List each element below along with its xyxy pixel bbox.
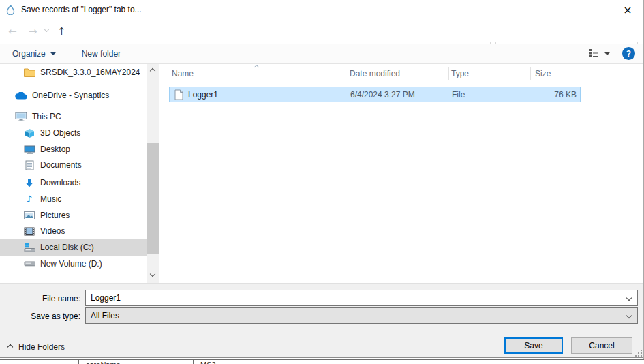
sidebar-item-music[interactable]: ♪ Music [0,191,147,207]
file-list: Name Date modified Type Size Logger1 6/4… [164,64,644,283]
document-icon [23,160,35,170]
file-date-modified: 6/4/2024 3:27 PM [350,90,415,100]
column-divider[interactable] [581,67,581,80]
app-drop-icon [6,5,15,15]
download-arrow-icon [23,178,35,188]
file-name-input[interactable] [86,293,627,303]
sidebar-item-onedrive[interactable]: OneDrive - Synaptics [0,87,147,104]
sidebar-item-desktop[interactable]: Desktop [0,141,147,157]
folder-icon [23,68,35,77]
navigation-bar: ← → ↑ This PC › Local Disk (C:) › Temp ›… [0,19,644,44]
bottom-panel: File name: Save as type: All Files Hide … [0,283,644,358]
file-name: Logger1 [188,90,218,100]
column-header-name[interactable]: Name [172,69,194,78]
sidebar-scrollbar[interactable] [147,64,159,283]
hide-folders-button[interactable]: Hide Folders [8,342,65,352]
file-name-label: File name: [0,294,80,303]
disk-windows-icon [23,243,35,252]
scrollbar-thumb[interactable] [147,143,159,254]
sidebar-item-videos[interactable]: Videos [0,223,147,239]
navigation-pane: SRSDK_3.3.0_16MAY2024 OneDrive - Synapti… [0,64,159,283]
save-as-type-value: All Files [86,311,119,320]
save-as-type-select[interactable]: All Files [85,307,638,324]
sidebar-item-3d-objects[interactable]: 3D Objects [0,125,147,141]
background-table-cell: MS3 [193,360,281,364]
sidebar-item-new-volume-d[interactable]: New Volume (D:) [0,256,147,272]
sidebar-item-documents[interactable]: Documents [0,157,147,173]
organize-caret-icon [50,52,56,55]
column-divider[interactable] [348,67,348,80]
scroll-up-icon[interactable] [150,68,155,74]
organize-label: Organize [12,49,46,59]
file-size: 76 KB [527,90,577,100]
file-icon [174,89,183,102]
sidebar-item-local-disk-c[interactable]: Local Disk (C:) [0,239,147,256]
column-header-size[interactable]: Size [535,69,551,78]
column-header-type[interactable]: Type [451,69,469,78]
file-name-dropdown-icon[interactable] [626,295,632,301]
column-header-date-modified[interactable]: Date modified [350,69,400,78]
title-bar: Save records of "Logger" tab to... × [0,0,644,19]
recent-locations-chevron-icon[interactable] [44,27,49,32]
background-app-strip: coreName MS3 [0,359,644,364]
chevron-up-icon [7,344,13,350]
sidebar-item-this-pc[interactable]: This PC [0,108,147,125]
help-button[interactable]: ? [622,47,635,60]
column-divider[interactable] [530,67,531,80]
save-button[interactable]: Save [504,337,563,354]
up-button[interactable]: ↑ [57,25,66,37]
details-view-button[interactable] [588,48,599,60]
close-button[interactable]: × [614,0,641,19]
background-table-cell: coreName [78,360,193,364]
music-note-icon: ♪ [23,194,35,204]
save-as-type-label: Save as type: [0,312,80,321]
3d-cube-icon [23,128,35,138]
resize-grip[interactable] [634,349,643,359]
picture-icon [23,211,35,219]
back-button[interactable]: ← [8,25,17,37]
cancel-button[interactable]: Cancel [571,337,632,354]
file-name-combo [85,290,638,306]
onedrive-cloud-icon [15,92,27,100]
file-row-logger1[interactable]: Logger1 6/4/2024 3:27 PM File 76 KB [169,87,581,102]
file-type: File [452,90,465,100]
main-content: SRSDK_3.3.0_16MAY2024 OneDrive - Synapti… [0,64,644,283]
sidebar-item-pictures[interactable]: Pictures [0,207,147,224]
views-caret-icon[interactable] [604,52,610,55]
save-file-dialog: Save records of "Logger" tab to... × ← →… [0,0,644,364]
window-title: Save records of "Logger" tab to... [21,5,142,14]
save-as-type-dropdown-icon [626,313,632,318]
disk-icon [23,261,35,267]
sidebar-item-srsdk-folder[interactable]: SRSDK_3.3.0_16MAY2024 [0,64,147,80]
sidebar-item-downloads[interactable]: Downloads [0,175,147,191]
desktop-monitor-icon [23,145,35,154]
scroll-down-icon[interactable] [150,271,155,277]
film-icon [23,227,35,236]
command-toolbar: Organize New folder ? [0,44,644,64]
column-divider[interactable] [448,67,449,80]
sort-ascending-icon [254,65,259,70]
organize-button[interactable]: Organize [12,49,56,59]
new-folder-button[interactable]: New folder [82,49,121,59]
computer-icon [15,112,27,121]
forward-button[interactable]: → [29,25,37,37]
